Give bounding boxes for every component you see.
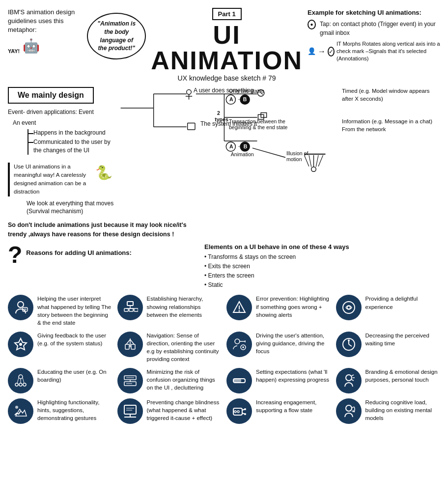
morph-text: IT Morphs Rotates along vertical axis in… — [336, 40, 440, 63]
svg-point-78 — [15, 383, 18, 386]
svg-rect-50 — [124, 308, 128, 311]
reason-item-1: Establishing hierarchy, showing relation… — [117, 295, 222, 326]
left-diagram: We mainly design Event- driven applicati… — [8, 87, 116, 216]
svg-point-77 — [19, 375, 23, 379]
reason-icon-6 — [226, 332, 252, 357]
svg-point-107 — [244, 413, 246, 415]
svg-point-39 — [311, 167, 316, 172]
reason-item-6: Driving the user's attention, giving gui… — [226, 332, 331, 363]
reason-text-14: Increasing engagement, supporting a flow… — [256, 398, 331, 414]
svg-line-83 — [23, 378, 24, 383]
svg-line-35 — [252, 148, 285, 157]
svg-point-103 — [237, 411, 239, 413]
page-header: IBM'S animation design guidelines uses t… — [8, 8, 440, 82]
reason-item-4: Giving feedback to the user (e.g. of the… — [8, 332, 112, 363]
robot-figure: 🤖 — [23, 38, 40, 54]
reason-item-14: Increasing engagement, supporting a flow… — [226, 398, 331, 424]
reason-icon-7 — [336, 332, 362, 357]
svg-rect-96 — [124, 405, 136, 414]
svg-line-41 — [318, 155, 323, 167]
event-tree: An event Happens in the background Commu… — [13, 119, 116, 155]
reason-item-7: Decreasing the perceived waiting time — [336, 332, 441, 363]
four-ways-item-2: Exits the screen — [204, 262, 440, 271]
dont-include-text: So don't include animations just because… — [8, 221, 204, 239]
svg-point-106 — [244, 408, 246, 410]
svg-line-63 — [130, 339, 134, 344]
reason-item-12: Highlighting functionality, hints, sugge… — [8, 398, 112, 424]
svg-point-58 — [347, 306, 350, 309]
reason-item-8: Educating the user (e.g. On boarding) — [8, 368, 112, 393]
reason-item-9: Minimizing the risk of confusion organiz… — [117, 368, 222, 393]
four-ways-item-1: Transforms & stays on the screen — [204, 252, 440, 262]
svg-line-92 — [352, 375, 354, 376]
event-branches: Happens in the background Communicated t… — [28, 129, 116, 155]
an-event-label: An event — [13, 119, 116, 126]
question-mark-icon: ? — [8, 243, 22, 267]
timed-text: Timed (e.g. Model window appears after X… — [342, 87, 440, 103]
part-label: Part 1 — [212, 8, 242, 20]
reason-icon-13 — [117, 398, 143, 424]
reason-text-2: Error prevention: Highlighting if someth… — [256, 295, 331, 318]
svg-line-40 — [316, 155, 318, 167]
arrow-right-icon: → — [318, 46, 326, 57]
communicated: Communicated to the user by the changes … — [33, 138, 116, 155]
four-ways-item-4: Static — [204, 280, 440, 290]
reason-icon-12 — [8, 398, 33, 424]
reason-item-3: Providing a delightful experience — [336, 295, 441, 326]
svg-point-79 — [19, 383, 22, 386]
reason-icon-1 — [117, 295, 143, 320]
reason-icon-10 — [226, 368, 252, 393]
reason-item-10: Setting expectations (what 'll happen) e… — [226, 368, 331, 393]
reason-icon-5 — [117, 332, 143, 357]
reasons-title: Reasons for adding UI animations: — [26, 249, 132, 256]
svg-rect-52 — [134, 308, 138, 311]
snake-icon: 🐍 — [95, 165, 112, 181]
svg-line-75 — [349, 344, 352, 346]
reason-item-13: Preventing change blindness (what happen… — [117, 398, 222, 424]
center-diagram: 2 types Only two states A → B Transactio — [116, 87, 342, 216]
svg-point-60 — [19, 343, 22, 346]
svg-point-95 — [15, 406, 18, 409]
svg-point-5 — [187, 90, 192, 95]
svg-line-94 — [352, 380, 354, 381]
reason-text-6: Driving the user's attention, giving gui… — [256, 332, 331, 355]
reason-text-3: Providing a delightful experience — [365, 295, 441, 310]
four-ways-title: Elements on a UI behave in one of these … — [204, 243, 440, 251]
reasons-section: ? Reasons for adding UI animations: — [8, 243, 195, 290]
reason-text-1: Establishing hierarchy, showing relation… — [147, 295, 222, 318]
reason-icon-11 — [336, 368, 362, 393]
svg-point-57 — [343, 302, 355, 313]
reason-text-4: Giving feedback to the user (e.g. of the… — [37, 332, 112, 347]
system-label: The system initiates it — [200, 120, 257, 127]
reason-item-15: Reducing cognitive load, building on exi… — [336, 398, 441, 424]
svg-rect-8 — [188, 123, 195, 130]
ibm-text-block: IBM'S animation design guidelines uses t… — [8, 8, 82, 54]
svg-text:B: B — [243, 97, 247, 103]
tap-text: Tap: on contact photo (Trigger event) in… — [320, 20, 440, 37]
reason-text-0: Helping the user interpret what happened… — [37, 295, 112, 326]
four-ways-item-3: Enters the screen — [204, 271, 440, 280]
tap-circle-icon: ● — [308, 20, 316, 29]
svg-text:B: B — [244, 143, 248, 149]
use-ui-text: Use UI animations in a meaningful way! A… — [8, 163, 91, 196]
mid-section: We mainly design Event- driven applicati… — [8, 87, 440, 216]
reason-text-11: Branding & emotional design purposes, pe… — [365, 368, 441, 384]
reason-text-5: Navigation: Sense of direction, orientin… — [147, 332, 222, 363]
we-look-text: We look at everything that moves (Surviv… — [27, 199, 116, 216]
svg-rect-66 — [131, 344, 135, 349]
example-title: Example for sketching UI animations: — [308, 8, 440, 18]
question-row: ? Reasons for adding UI animations: — [8, 243, 195, 267]
svg-point-45 — [18, 302, 24, 307]
svg-text:Animation: Animation — [231, 151, 254, 157]
reason-text-9: Minimizing the risk of confusion organiz… — [147, 368, 222, 391]
svg-text:motion: motion — [286, 156, 302, 162]
svg-rect-90 — [233, 379, 241, 383]
svg-text:A: A — [229, 143, 233, 149]
morph-row: 👤 → ✓ IT Morphs Rotates along vertical a… — [308, 40, 440, 63]
svg-line-62 — [126, 339, 130, 344]
svg-line-43 — [304, 155, 309, 167]
tap-row: ● Tap: on contact photo (Trigger event) … — [308, 20, 440, 37]
svg-point-56 — [239, 310, 240, 312]
reason-icon-9 — [117, 368, 143, 393]
information-text: Information (e.g. Message in a chat) Fro… — [342, 117, 440, 133]
